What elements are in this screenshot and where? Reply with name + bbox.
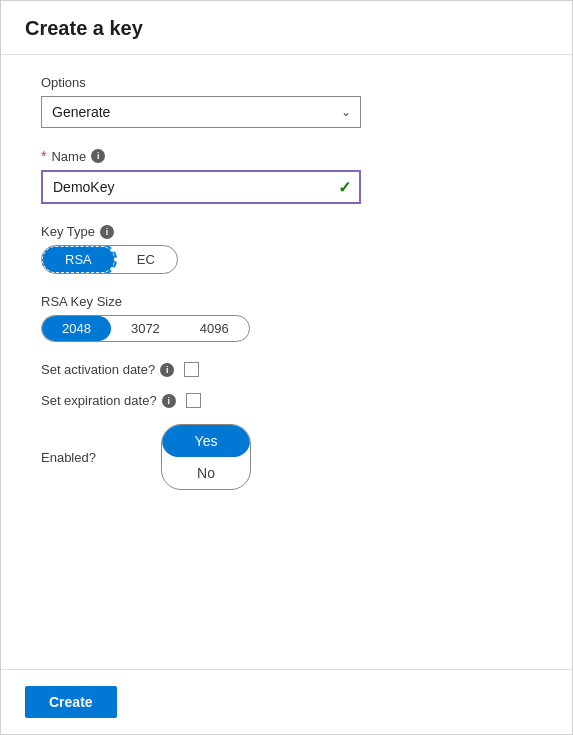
activation-date-text: Set activation date? xyxy=(41,362,155,377)
activation-date-checkbox[interactable] xyxy=(184,362,199,377)
key-type-label: Key Type i xyxy=(41,224,532,239)
key-type-toggle: RSA EC xyxy=(41,245,178,274)
expiration-date-checkbox[interactable] xyxy=(186,393,201,408)
expiration-date-info-icon[interactable]: i xyxy=(162,394,176,408)
enabled-row: Enabled? Yes No xyxy=(41,424,532,490)
enabled-label: Enabled? xyxy=(41,450,121,465)
activation-date-row: Set activation date? i xyxy=(41,362,532,377)
key-type-ec-button[interactable]: EC xyxy=(115,246,177,273)
activation-date-label: Set activation date? i xyxy=(41,362,174,377)
options-select[interactable]: Generate Import Restore from backup xyxy=(41,96,361,128)
page-title: Create a key xyxy=(1,1,572,55)
name-input-wrapper: ✓ xyxy=(41,170,361,204)
key-type-label-text: Key Type xyxy=(41,224,95,239)
expiration-date-label: Set expiration date? i xyxy=(41,393,176,408)
enabled-toggle: Yes No xyxy=(161,424,251,490)
options-select-wrapper: Generate Import Restore from backup ⌄ xyxy=(41,96,361,128)
checkmark-icon: ✓ xyxy=(338,178,351,197)
panel-body: Options Generate Import Restore from bac… xyxy=(1,55,572,669)
name-label: * Name i xyxy=(41,148,532,164)
key-type-info-icon[interactable]: i xyxy=(100,225,114,239)
rsa-key-size-toggle: 2048 3072 4096 xyxy=(41,315,250,342)
rsa-size-4096-button[interactable]: 4096 xyxy=(180,316,249,341)
enabled-no-button[interactable]: No xyxy=(162,457,250,489)
expiration-date-text: Set expiration date? xyxy=(41,393,157,408)
options-label: Options xyxy=(41,75,532,90)
name-label-text: Name xyxy=(51,149,86,164)
name-group: * Name i ✓ xyxy=(41,148,532,204)
create-key-panel: Create a key Options Generate Import Res… xyxy=(0,0,573,735)
key-type-group: Key Type i RSA EC xyxy=(41,224,532,274)
options-group: Options Generate Import Restore from bac… xyxy=(41,75,532,128)
name-info-icon[interactable]: i xyxy=(91,149,105,163)
rsa-size-2048-button[interactable]: 2048 xyxy=(42,316,111,341)
expiration-date-row: Set expiration date? i xyxy=(41,393,532,408)
required-star: * xyxy=(41,148,46,164)
key-type-rsa-button[interactable]: RSA xyxy=(42,246,115,273)
panel-footer: Create xyxy=(1,669,572,734)
rsa-key-size-label: RSA Key Size xyxy=(41,294,532,309)
create-button[interactable]: Create xyxy=(25,686,117,718)
name-input[interactable] xyxy=(41,170,361,204)
rsa-key-size-group: RSA Key Size 2048 3072 4096 xyxy=(41,294,532,342)
enabled-yes-button[interactable]: Yes xyxy=(162,425,250,457)
activation-date-info-icon[interactable]: i xyxy=(160,363,174,377)
rsa-size-3072-button[interactable]: 3072 xyxy=(111,316,180,341)
